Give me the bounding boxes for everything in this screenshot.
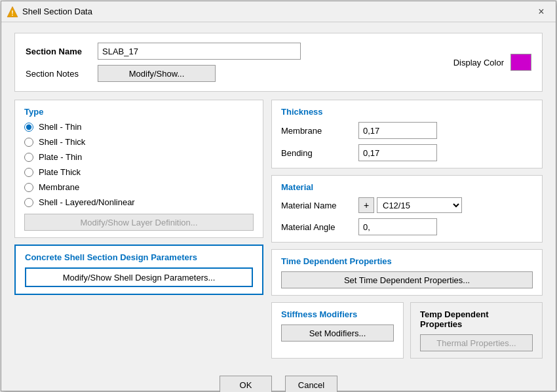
section-notes-modify-btn[interactable]: Modify/Show... (98, 65, 216, 82)
top-section: Section Name Section Notes Modify/Show..… (14, 33, 543, 92)
modify-layer-btn: Modify/Show Layer Definition... (24, 214, 254, 231)
radio-plate-thick[interactable]: Plate Thick (24, 167, 254, 177)
dialog-body: Section Name Section Notes Modify/Show..… (1, 22, 556, 369)
section-name-label: Section Name (26, 47, 91, 56)
section-notes-label: Section Notes (26, 69, 91, 79)
stiffness-group: Stiffness Modifiers Set Modifiers... (271, 302, 404, 359)
radio-plate-thick-label: Plate Thick (39, 167, 81, 177)
radio-membrane[interactable]: Membrane (24, 182, 254, 192)
section-name-input[interactable] (98, 43, 301, 60)
radio-shell-layered[interactable]: Shell - Layered/Nonlinear (24, 197, 254, 207)
add-material-btn[interactable]: + (358, 197, 374, 213)
radio-membrane-label: Membrane (39, 182, 79, 192)
left-panel: Type Shell - Thin Shell - Thick Plate (14, 100, 263, 359)
shell-section-dialog: ! Shell Section Data × Section Name Sect… (1, 1, 556, 391)
right-panel: Thickness Membrane Bending Material Mate… (271, 100, 543, 359)
radio-plate-thin[interactable]: Plate - Thin (24, 152, 254, 162)
membrane-label: Membrane (281, 126, 353, 136)
thickness-group: Thickness Membrane Bending (271, 100, 543, 168)
type-group: Type Shell - Thin Shell - Thick Plate (14, 100, 263, 238)
radio-shell-thick-label: Shell - Thick (39, 137, 85, 147)
display-color-label: Display Color (453, 58, 504, 68)
membrane-input[interactable] (358, 122, 437, 139)
bending-label: Bending (281, 148, 353, 158)
radio-shell-thin[interactable]: Shell - Thin (24, 122, 254, 132)
display-color-area: Display Color (453, 54, 531, 71)
stiffness-label: Stiffness Modifiers (281, 309, 394, 319)
concrete-label: Concrete Shell Section Design Parameters (25, 252, 253, 262)
material-name-control: + C12/15 (358, 197, 462, 213)
thermal-properties-btn: Thermal Properties... (420, 334, 533, 351)
concrete-section: Concrete Shell Section Design Parameters… (14, 245, 263, 295)
concrete-design-btn[interactable]: Modify/Show Shell Design Parameters... (25, 267, 253, 287)
material-angle-label: Material Angle (281, 222, 353, 232)
title-bar: ! Shell Section Data × (1, 1, 556, 22)
time-dependent-label: Time Dependent Properties (281, 256, 533, 266)
footer-bar: OK Cancel (1, 369, 556, 392)
close-button[interactable]: × (532, 4, 550, 20)
set-time-dependent-btn[interactable]: Set Time Dependent Properties... (281, 271, 533, 288)
bending-input[interactable] (358, 144, 437, 161)
main-panels: Type Shell - Thin Shell - Thick Plate (14, 100, 543, 359)
time-dependent-group: Time Dependent Properties Set Time Depen… (271, 249, 543, 296)
section-info: Section Name Section Notes Modify/Show..… (26, 43, 434, 82)
radio-shell-thin-label: Shell - Thin (39, 122, 82, 132)
section-notes-row: Section Notes Modify/Show... (26, 65, 434, 82)
bottom-row: Stiffness Modifiers Set Modifiers... Tem… (271, 302, 543, 359)
material-angle-input[interactable] (358, 218, 437, 235)
svg-text:!: ! (11, 10, 13, 17)
type-radio-group: Shell - Thin Shell - Thick Plate - Thin (24, 122, 254, 207)
material-angle-row: Material Angle (281, 218, 533, 235)
section-name-row: Section Name (26, 43, 434, 60)
thickness-label: Thickness (281, 107, 533, 117)
material-group-label: Material (281, 182, 533, 192)
type-group-label: Type (24, 107, 254, 117)
radio-plate-thin-label: Plate - Thin (39, 152, 82, 162)
cancel-button[interactable]: Cancel (285, 376, 337, 392)
set-modifiers-btn[interactable]: Set Modifiers... (281, 324, 394, 342)
material-select[interactable]: C12/15 (377, 197, 462, 213)
membrane-row: Membrane (281, 122, 533, 139)
material-group: Material Material Name + C12/15 Material… (271, 175, 543, 243)
radio-shell-thick[interactable]: Shell - Thick (24, 137, 254, 147)
material-name-label: Material Name (281, 201, 353, 210)
temp-dependent-label: Temp Dependent Properties (420, 309, 533, 329)
display-color-swatch[interactable] (510, 54, 531, 71)
dialog-title: Shell Section Data (22, 7, 528, 16)
bending-row: Bending (281, 144, 533, 161)
material-name-row: Material Name + C12/15 (281, 197, 533, 213)
radio-shell-layered-label: Shell - Layered/Nonlinear (39, 197, 135, 207)
ok-button[interactable]: OK (220, 376, 272, 392)
app-icon: ! (7, 6, 18, 18)
temp-dependent-group: Temp Dependent Properties Thermal Proper… (410, 302, 543, 359)
